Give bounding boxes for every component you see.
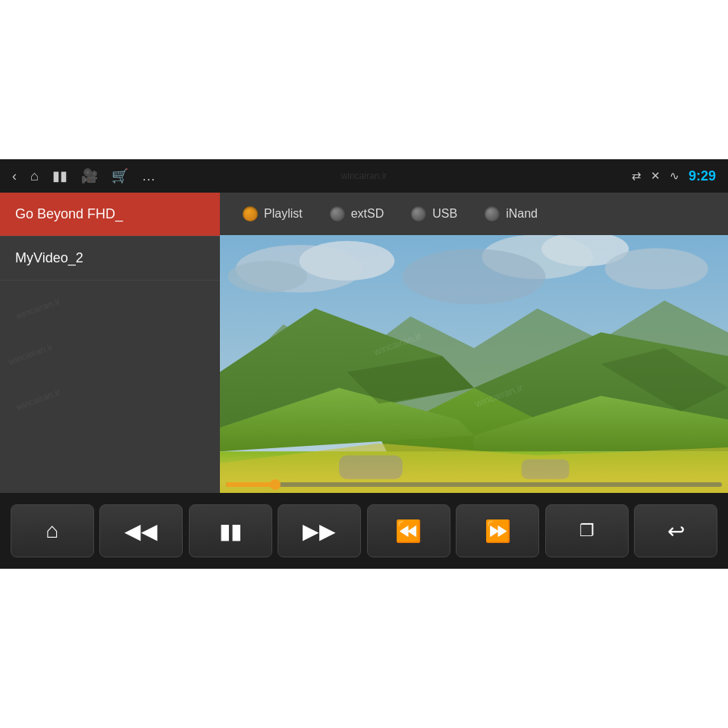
back-nav-icon[interactable]: ‹ [12, 168, 17, 184]
center-watermark: wincairan.ir [341, 171, 388, 181]
more-nav-icon[interactable]: … [142, 168, 155, 184]
tab-dot-inand [485, 206, 500, 221]
svg-rect-16 [339, 455, 403, 479]
back-icon: ↩ [667, 519, 685, 544]
home-button[interactable]: ⌂ [11, 504, 94, 557]
tab-label-playlist: Playlist [264, 207, 303, 221]
watermark-1: wincairan.ir [14, 296, 61, 322]
tab-dot-extsd [330, 206, 345, 221]
next-button[interactable]: ▶▶ [278, 504, 361, 557]
svg-point-3 [228, 261, 307, 293]
time-display: 9:29 [689, 168, 716, 184]
rewind-icon: ⏪ [395, 519, 422, 544]
progress-bar-container[interactable] [220, 482, 728, 487]
pause-icon: ▮▮ [219, 519, 242, 544]
next-icon: ▶▶ [303, 519, 336, 544]
tab-label-inand: iNand [506, 207, 538, 221]
camera-nav-icon[interactable]: 🎥 [81, 168, 98, 184]
tab-label-usb: USB [432, 207, 457, 221]
svg-point-6 [605, 248, 708, 289]
playlist-panel: Go Beyond FHD_ MyVideo_2 wincairan.ir wi… [0, 193, 220, 493]
rewind-button[interactable]: ⏪ [367, 504, 450, 557]
device-frame: ‹ ⌂ ▮▮ 🎥 🛒 … wincairan.ir ⇄ ✕ ∿ 9:29 Go … [0, 159, 728, 569]
tab-extsd[interactable]: extSD [322, 202, 392, 226]
status-bar: ‹ ⌂ ▮▮ 🎥 🛒 … wincairan.ir ⇄ ✕ ∿ 9:29 [0, 159, 728, 193]
svg-point-7 [403, 249, 545, 304]
fastforward-button[interactable]: ⏩ [456, 504, 539, 557]
progress-bar-fill [226, 482, 275, 487]
tab-inand[interactable]: iNand [477, 202, 545, 226]
fullscreen-icon: ❐ [579, 521, 595, 541]
tab-label-extsd: extSD [351, 207, 384, 221]
nav-controls: ‹ ⌂ ▮▮ 🎥 🛒 … [12, 168, 155, 184]
main-area: Go Beyond FHD_ MyVideo_2 wincairan.ir wi… [0, 193, 728, 493]
tab-usb[interactable]: USB [403, 202, 465, 226]
video-thumbnail [220, 235, 728, 493]
home-nav-icon[interactable]: ⌂ [30, 168, 39, 184]
watermark-2: wincairan.ir [7, 341, 54, 367]
playlist-item-1[interactable]: Go Beyond FHD_ [0, 193, 220, 237]
svg-rect-17 [522, 460, 570, 479]
bluetooth-icon: ✕ [651, 169, 661, 183]
controls-bar: ⌂ ◀◀ ▮▮ ▶▶ ⏪ ⏩ ❐ ↩ [0, 493, 728, 569]
watermark-3: wincairan.ir [14, 387, 61, 413]
pause-button[interactable]: ▮▮ [189, 504, 272, 557]
wifi-icon: ∿ [670, 169, 679, 183]
video-player[interactable]: wincairan.ir wincairan.ir [220, 235, 728, 493]
recents-nav-icon[interactable]: ▮▮ [52, 168, 67, 184]
home-icon: ⌂ [46, 519, 58, 543]
svg-point-2 [300, 241, 395, 281]
progress-bar-background [226, 482, 722, 487]
bag-nav-icon[interactable]: 🛒 [111, 168, 128, 184]
tab-dot-usb [411, 206, 426, 221]
fastforward-icon: ⏩ [485, 519, 511, 544]
status-indicators: ⇄ ✕ ∿ 9:29 [632, 168, 716, 184]
previous-button[interactable]: ◀◀ [99, 504, 183, 557]
cast-icon: ⇄ [632, 169, 642, 183]
playlist-item-2[interactable]: MyVideo_2 [0, 237, 220, 281]
previous-icon: ◀◀ [124, 519, 158, 544]
tab-playlist[interactable]: Playlist [235, 202, 310, 226]
fullscreen-button[interactable]: ❐ [545, 504, 629, 557]
tab-dot-playlist [243, 206, 258, 221]
back-button[interactable]: ↩ [634, 504, 717, 557]
source-tabs: Playlist extSD USB iNand [220, 193, 728, 235]
video-area: Playlist extSD USB iNand [220, 193, 728, 493]
